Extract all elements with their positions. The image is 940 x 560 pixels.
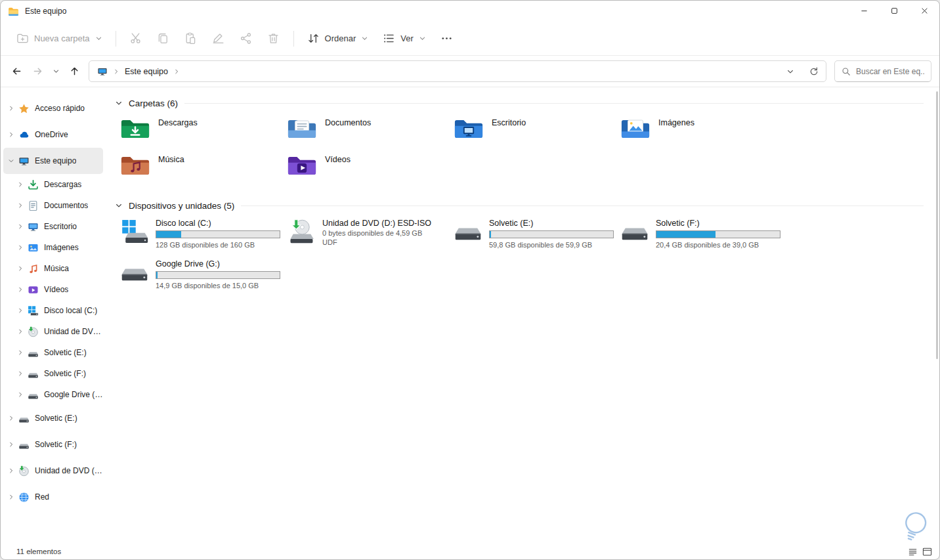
folder-tile-escritorio[interactable]: Escritorio (448, 115, 615, 152)
delete-icon (267, 32, 280, 45)
sidebar-item-label: Solvetic (F:) (44, 369, 86, 378)
chevron-right-icon[interactable] (6, 465, 16, 476)
sidebar-item-solvetic-f[interactable]: Solvetic (F:) (3, 431, 103, 458)
sidebar-item-este-equipo[interactable]: Este equipo (3, 148, 103, 174)
breadcrumb-item[interactable]: Este equipo (125, 67, 168, 76)
network-icon (18, 492, 30, 503)
folders-section-header[interactable]: Carpetas (6) (115, 94, 924, 112)
chevron-right-icon[interactable] (15, 242, 26, 253)
chevron-right-icon[interactable] (15, 347, 26, 358)
chevron-right-icon[interactable] (6, 439, 16, 450)
sidebar-item-label: Descargas (44, 180, 81, 189)
details-view-button[interactable] (905, 545, 920, 558)
sidebar-item-label: Solvetic (E:) (44, 348, 87, 357)
chevron-right-icon[interactable] (15, 179, 26, 190)
chevron-right-icon[interactable] (15, 389, 26, 400)
drive-tile-google-drive-g[interactable]: Google Drive (G:)14,9 GB disponibles de … (115, 258, 282, 296)
sidebar-item-google-drive-g[interactable]: Google Drive (G:) (3, 384, 103, 405)
folder-tile-documentos[interactable]: Documentos (282, 115, 448, 152)
view-button[interactable]: Ver (376, 27, 433, 51)
chevron-right-icon[interactable] (6, 129, 16, 140)
chevron-right-icon[interactable] (15, 368, 26, 379)
navigation-bar: Este equipo (1, 56, 939, 87)
back-button[interactable] (6, 61, 27, 82)
close-button[interactable] (909, 1, 939, 21)
sidebar-item-solvetic-e[interactable]: Solvetic (E:) (3, 342, 103, 363)
sidebar-item-label: Solvetic (E:) (35, 414, 77, 423)
chevron-right-icon[interactable] (15, 221, 26, 232)
sidebar-item-red[interactable]: Red (3, 484, 103, 510)
system-drive-icon (28, 305, 39, 316)
sidebar-item-descargas[interactable]: Descargas (3, 174, 103, 195)
sidebar-item-videos[interactable]: Vídeos (3, 279, 103, 300)
sidebar-item-imagenes[interactable]: Imágenes (3, 237, 103, 258)
onedrive-cloud-icon (18, 129, 30, 140)
chevron-right-icon[interactable] (173, 68, 180, 75)
sidebar-item-solvetic-f[interactable]: Solvetic (F:) (3, 363, 103, 384)
refresh-button[interactable] (805, 62, 823, 81)
drive-tile-disco-local-c[interactable]: Disco local (C:)128 GB disponibles de 16… (115, 217, 282, 255)
chevron-right-icon[interactable] (6, 492, 16, 502)
drive-tile-solvetic-f[interactable]: Solvetic (F:)20,4 GB disponibles de 39,0… (615, 217, 782, 255)
chevron-right-icon[interactable] (15, 305, 26, 316)
rename-button[interactable] (205, 27, 232, 51)
new-folder-button[interactable]: Nueva carpeta (10, 27, 109, 51)
capacity-bar-fill (656, 231, 716, 238)
drive-tile-unidad-de-dvd-d-esd-iso[interactable]: Unidad de DVD (D:) ESD-ISO0 bytes dispon… (282, 217, 448, 255)
folder-tile-videos[interactable]: Vídeos (282, 152, 448, 188)
folder-tile-musica[interactable]: Música (115, 152, 282, 188)
folder-tile-descargas[interactable]: Descargas (115, 115, 282, 152)
sidebar-item-unidad-de-dvd-d[interactable]: Unidad de DVD (D: (3, 321, 103, 342)
chevron-down-icon[interactable] (6, 156, 16, 166)
close-icon (920, 7, 929, 15)
drives-section-header[interactable]: Dispositivos y unidades (5) (115, 196, 924, 215)
folder-name: Documentos (325, 118, 371, 127)
search-input[interactable] (856, 67, 924, 76)
sidebar-item-unidad-de-dvd-d[interactable]: Unidad de DVD (D:) (3, 458, 103, 484)
maximize-button[interactable] (879, 1, 909, 21)
sidebar-item-onedrive[interactable]: OneDrive (3, 121, 103, 148)
more-options-button[interactable] (434, 27, 460, 51)
sidebar-item-solvetic-e[interactable]: Solvetic (E:) (3, 405, 103, 431)
address-bar[interactable]: Este equipo (89, 60, 826, 82)
sidebar-item-musica[interactable]: Música (3, 258, 103, 279)
section-divider (184, 103, 924, 104)
vertical-scrollbar[interactable] (936, 91, 938, 359)
minimize-button[interactable] (849, 1, 879, 21)
minimize-icon (860, 7, 868, 15)
search-box[interactable] (834, 60, 931, 82)
chevron-down-icon[interactable] (115, 202, 123, 209)
chevron-down-icon (786, 68, 794, 75)
share-button[interactable] (233, 27, 259, 51)
chevron-right-icon[interactable] (6, 413, 16, 423)
paste-button[interactable] (178, 27, 204, 51)
chevron-right-icon[interactable] (15, 326, 26, 337)
forward-button[interactable] (27, 61, 48, 82)
recent-locations-button[interactable] (48, 61, 64, 82)
up-button[interactable] (64, 61, 85, 82)
chevron-right-icon[interactable] (113, 68, 119, 75)
folder-tile-imagenes[interactable]: Imágenes (615, 115, 782, 152)
address-dropdown-button[interactable] (781, 62, 800, 81)
titlebar[interactable]: Este equipo (1, 1, 939, 22)
drive-capacity-text: 14,9 GB disponibles de 15,0 GB (156, 281, 276, 290)
delete-button[interactable] (261, 27, 287, 51)
copy-button[interactable] (150, 27, 177, 51)
chevron-right-icon[interactable] (15, 284, 26, 295)
view-toggles (905, 545, 934, 558)
desktop-folder-icon (454, 116, 484, 140)
drive-tile-solvetic-e[interactable]: Solvetic (E:)59,8 GB disponibles de 59,9… (448, 217, 615, 255)
cut-button[interactable] (123, 27, 149, 51)
sort-button[interactable]: Ordenar (301, 27, 375, 51)
sidebar-item-documentos[interactable]: Documentos (3, 195, 103, 216)
sidebar-item-acceso-rapido[interactable]: Acceso rápido (3, 95, 103, 121)
folders-grid: DescargasDocumentosEscritorioImágenesMús… (115, 115, 924, 188)
sidebar-item-disco-local-c[interactable]: Disco local (C:) (3, 300, 103, 321)
chevron-right-icon[interactable] (15, 200, 26, 211)
chevron-down-icon[interactable] (115, 99, 123, 107)
music-icon (28, 263, 39, 274)
large-icons-view-button[interactable] (920, 545, 934, 558)
chevron-right-icon[interactable] (15, 263, 26, 274)
chevron-right-icon[interactable] (6, 103, 16, 114)
sidebar-item-escritorio[interactable]: Escritorio (3, 216, 103, 237)
